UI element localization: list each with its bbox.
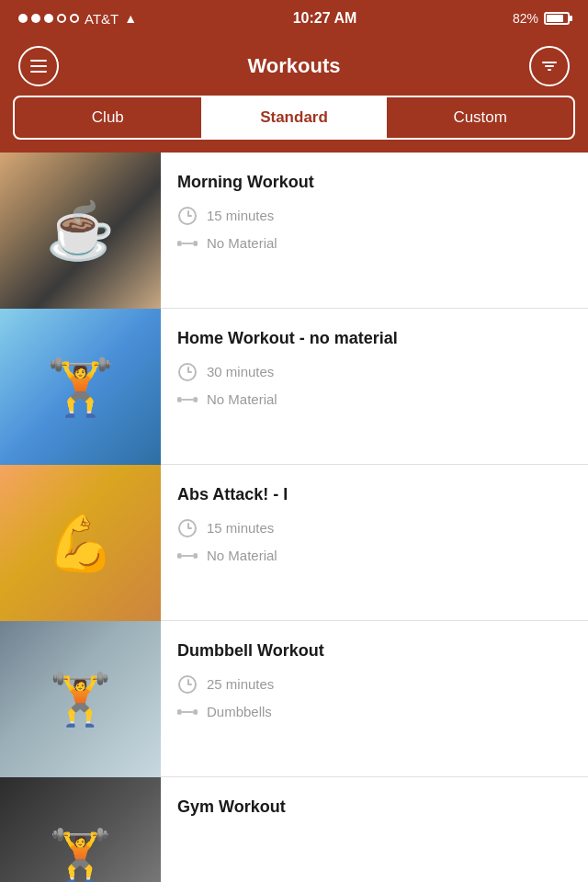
tabs-container: Club Standard Custom (13, 96, 575, 140)
svg-rect-4 (182, 243, 194, 244)
material-label-abs: No Material (207, 548, 277, 563)
tab-standard[interactable]: Standard (201, 97, 388, 138)
svg-rect-12 (177, 709, 182, 715)
svg-rect-8 (193, 397, 198, 402)
hamburger-icon (30, 60, 47, 73)
svg-rect-11 (193, 553, 198, 559)
workout-thumb-home (0, 309, 161, 465)
workout-info-dumbbell: Dumbbell Workout 25 minutes (161, 621, 588, 776)
workout-info-gym: Gym Workout (161, 777, 588, 882)
dumbbell-icon-home (177, 390, 198, 410)
battery-fill (547, 15, 563, 22)
workout-thumb-gym (0, 777, 161, 882)
duration-row-abs: 15 minutes (177, 518, 571, 538)
duration-label-abs: 15 minutes (207, 520, 274, 536)
duration-row-morning: 15 minutes (177, 206, 571, 226)
workout-list: Morning Workout 15 minutes (0, 153, 588, 882)
duration-label-dumbbell: 25 minutes (207, 676, 274, 692)
workout-item-dumbbell[interactable]: Dumbbell Workout 25 minutes (0, 621, 588, 777)
filter-icon (539, 56, 560, 76)
svg-rect-7 (182, 399, 194, 401)
status-left: AT&T ▲ (18, 11, 137, 27)
material-label-dumbbell: Dumbbells (207, 704, 272, 719)
tab-club[interactable]: Club (15, 97, 201, 138)
workout-name-home: Home Workout - no material (177, 329, 571, 349)
workout-item-gym[interactable]: Gym Workout (0, 777, 588, 882)
status-time: 10:27 AM (293, 10, 357, 27)
workout-meta-home: 30 minutes No Material (177, 362, 571, 410)
workout-meta-morning: 15 minutes No Material (177, 206, 571, 254)
tab-custom[interactable]: Custom (387, 97, 573, 138)
workout-info-home: Home Workout - no material 30 minutes (161, 309, 588, 464)
dot-2 (31, 14, 40, 23)
battery-percent: 82% (513, 11, 538, 26)
duration-label-morning: 15 minutes (207, 208, 274, 223)
status-right: 82% (513, 11, 570, 26)
workout-name-gym: Gym Workout (177, 797, 571, 818)
clock-icon-abs (177, 518, 198, 538)
svg-rect-5 (193, 241, 198, 246)
material-row-abs: No Material (177, 546, 571, 566)
workout-item-morning[interactable]: Morning Workout 15 minutes (0, 153, 588, 309)
dumbbell-icon-dumbbell (177, 702, 198, 722)
dot-5 (70, 14, 79, 23)
svg-rect-6 (177, 397, 182, 402)
duration-label-home: 30 minutes (207, 364, 274, 379)
svg-rect-13 (182, 711, 194, 713)
battery-icon (544, 12, 570, 25)
wifi-icon: ▲ (124, 11, 137, 26)
dumbbell-icon-morning (177, 233, 198, 254)
material-row-dumbbell: Dumbbells (177, 702, 571, 722)
dot-1 (18, 14, 28, 23)
duration-row-dumbbell: 25 minutes (177, 674, 571, 695)
workout-item-abs[interactable]: Abs Attack! - I 15 minutes (0, 465, 588, 621)
workout-item-home[interactable]: Home Workout - no material 30 minutes (0, 309, 588, 465)
duration-row-home: 30 minutes (177, 362, 571, 382)
clock-icon-home (177, 362, 198, 382)
dot-4 (57, 14, 66, 23)
header: Workouts (0, 37, 588, 96)
signal-dots (18, 14, 79, 23)
workout-name-morning: Morning Workout (177, 173, 571, 193)
workout-name-dumbbell: Dumbbell Workout (177, 641, 571, 662)
material-label-home: No Material (207, 391, 277, 407)
svg-rect-3 (177, 241, 182, 246)
workout-info-abs: Abs Attack! - I 15 minutes (161, 465, 588, 620)
material-row-morning: No Material (177, 233, 571, 254)
material-label-morning: No Material (207, 235, 277, 251)
menu-button[interactable] (18, 46, 59, 86)
material-row-home: No Material (177, 390, 571, 410)
carrier-label: AT&T (85, 11, 119, 27)
workout-meta-dumbbell: 25 minutes Dumbbells (177, 674, 571, 722)
dumbbell-icon-abs (177, 546, 198, 566)
workout-thumb-dumbbell (0, 621, 161, 777)
workout-thumb-abs (0, 465, 161, 621)
dot-3 (44, 14, 53, 23)
svg-rect-9 (177, 553, 182, 559)
clock-icon-dumbbell (177, 674, 198, 695)
clock-icon-morning (177, 206, 198, 226)
page-title: Workouts (247, 54, 340, 78)
status-bar: AT&T ▲ 10:27 AM 82% (0, 0, 588, 37)
svg-rect-10 (182, 555, 194, 557)
tab-bar: Club Standard Custom (0, 96, 588, 153)
workout-meta-abs: 15 minutes No Material (177, 518, 571, 566)
filter-button[interactable] (529, 46, 570, 86)
workout-thumb-morning (0, 153, 161, 309)
battery-body (544, 12, 570, 25)
svg-rect-14 (193, 709, 198, 715)
workout-name-abs: Abs Attack! - I (177, 485, 571, 505)
workout-info-morning: Morning Workout 15 minutes (161, 153, 588, 308)
